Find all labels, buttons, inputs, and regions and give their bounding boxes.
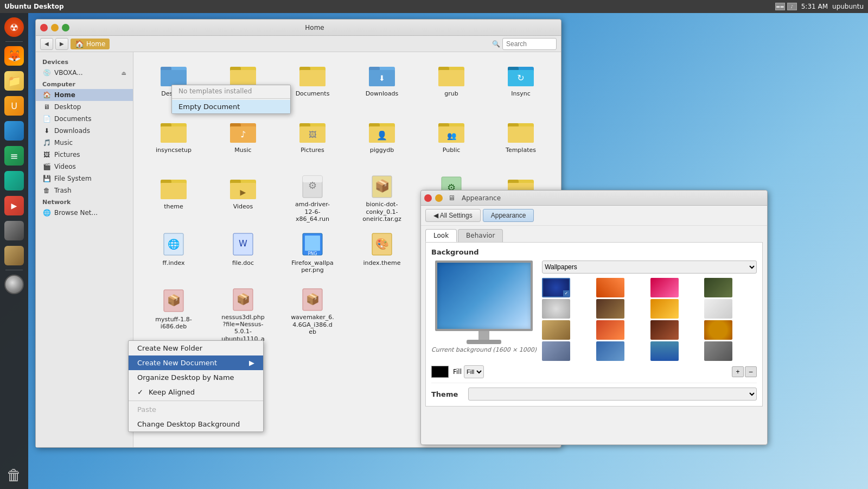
wallpaper-thumb-12[interactable] — [704, 320, 732, 340]
theme-dropdown[interactable] — [468, 388, 757, 401]
sidebar-vbox[interactable]: 💿 VBOXA... ⏏ — [36, 67, 133, 79]
launcher-cdrom[interactable] — [2, 272, 26, 296]
file-firefoxwp-icon: PNG — [299, 231, 326, 257]
minimize-button[interactable] — [51, 24, 59, 31]
wallpaper-thumb-9[interactable] — [542, 320, 570, 340]
wallpaper-thumb-10[interactable] — [596, 320, 624, 340]
sidebar-music[interactable]: 🎵 Music — [36, 137, 133, 149]
back-button[interactable]: ◀ — [40, 38, 53, 50]
file-item-amd[interactable]: ⚙ amd-driver-12-6-x86_64.run — [279, 172, 346, 226]
ubuntu-launcher-btn[interactable]: ☢ — [2, 15, 26, 39]
file-item-mystuff[interactable]: 📦 mystuff-1.8-i686.deb — [140, 284, 207, 339]
wallpaper-thumb-5[interactable] — [542, 299, 570, 319]
maximize-button[interactable] — [62, 24, 69, 31]
filesystem-sidebar-icon: 💾 — [42, 174, 51, 183]
file-item-pictures[interactable]: 🖼 Pictures — [279, 115, 346, 169]
file-item-templates[interactable]: Templates — [487, 115, 554, 169]
appearance-title: Appearance — [462, 194, 501, 202]
tab-behavior[interactable]: Behavior — [458, 229, 503, 242]
file-doc-icon: W — [230, 231, 256, 257]
sidebar-browsenet[interactable]: 🌐 Browse Net... — [36, 207, 133, 219]
wallpaper-thumb-11[interactable] — [650, 320, 679, 340]
ctx-create-folder[interactable]: Create New Folder — [129, 341, 263, 355]
sidebar-videos[interactable]: 🎬 Videos — [36, 161, 133, 173]
file-item-public[interactable]: 👥 Public — [418, 115, 485, 169]
sidebar-home[interactable]: 🏠 Home — [36, 89, 133, 101]
sidebar-pictures[interactable]: 🖼 Pictures — [36, 149, 133, 161]
launcher-item-8[interactable] — [2, 219, 26, 243]
file-manager-titlebar: Home — [36, 20, 561, 36]
file-item-firefox-wallpaper[interactable]: PNG Firefox_wallpaper.png — [279, 228, 346, 282]
file-item-indextheme[interactable]: 🎨 index.theme — [348, 228, 416, 282]
file-item-filedoc[interactable]: W file.doc — [209, 228, 277, 282]
wallpaper-thumb-13[interactable] — [542, 341, 570, 361]
firefox-launcher-btn[interactable]: 🦊 — [2, 44, 26, 68]
sidebar-filesystem[interactable]: 💾 File System — [36, 173, 133, 185]
all-settings-button[interactable]: ◀ All Settings — [425, 209, 481, 222]
taskbar-right: ▬▬ ♪ 5:31 AM upubuntu — [775, 3, 864, 10]
network-status-icon[interactable]: ▬▬ — [775, 3, 785, 10]
launcher-item-5[interactable]: ≡ — [2, 144, 26, 168]
file-item-music[interactable]: ♪ Music — [209, 115, 277, 169]
search-input[interactable] — [502, 38, 557, 50]
theme-row: Theme — [431, 383, 757, 401]
launcher-item-7[interactable]: ▶ — [2, 194, 26, 218]
launcher-item-4[interactable] — [2, 119, 26, 143]
file-item-theme[interactable]: theme — [140, 172, 207, 226]
remove-wallpaper-button[interactable]: – — [745, 366, 757, 377]
add-remove-buttons: + – — [732, 366, 757, 377]
ctx-organize[interactable]: Organize Desktop by Name — [129, 370, 263, 385]
file-item-nessus[interactable]: 📦 nessus3dl.php?file=Nessus-5.0.1-ubuntu… — [209, 284, 277, 339]
file-item-bionic[interactable]: 📦 bionic-dot-conky_0.1-oneiric.tar.gz — [348, 172, 416, 226]
launcher-item-6[interactable] — [2, 169, 26, 193]
close-button[interactable] — [40, 24, 48, 31]
wallpaper-thumb-15[interactable] — [650, 341, 679, 361]
ctx-create-document[interactable]: Create New Document ▶ — [129, 355, 263, 370]
files-launcher-btn[interactable]: 📁 — [2, 69, 26, 93]
wallpaper-thumb-6[interactable] — [596, 299, 624, 319]
wallpaper-thumb-7[interactable] — [650, 299, 679, 319]
ctx-empty-document[interactable]: Empty Document — [172, 100, 290, 113]
wallpaper-thumb-1[interactable]: ✓ — [542, 278, 570, 297]
ctx-keep-aligned[interactable]: Keep Aligned — [129, 385, 263, 399]
add-wallpaper-button[interactable]: + — [732, 366, 744, 377]
folder-downloads-icon: ⬇ — [369, 62, 395, 88]
file-item-wavemaker[interactable]: 📦 wavemaker_6.4.6GA_i386.deb — [279, 284, 346, 339]
file-item-grub[interactable]: grub — [418, 59, 485, 113]
sidebar-downloads[interactable]: ⬇ Downloads — [36, 125, 133, 137]
wallpaper-thumb-4[interactable] — [704, 278, 732, 297]
sidebar-desktop[interactable]: 🖥 Desktop — [36, 101, 133, 113]
fill-dropdown[interactable]: Fill — [464, 365, 484, 378]
sound-icon[interactable]: ♪ — [787, 3, 797, 10]
file-item-videos[interactable]: ▶ Videos — [209, 172, 277, 226]
wallpapers-dropdown[interactable]: Wallpapers — [542, 261, 757, 274]
wallpaper-thumb-2[interactable] — [596, 278, 624, 297]
launcher-item-3[interactable]: U — [2, 94, 26, 118]
forward-button[interactable]: ▶ — [55, 38, 68, 50]
wallpaper-thumb-14[interactable] — [596, 341, 624, 361]
file-item-insync[interactable]: ↻ Insync — [487, 59, 554, 113]
sidebar-trash[interactable]: 🗑 Trash — [36, 185, 133, 196]
launcher-item-9[interactable] — [2, 244, 26, 268]
launcher-icon-9 — [4, 246, 24, 265]
svg-rect-2 — [161, 70, 187, 86]
tab-look[interactable]: Look — [425, 229, 457, 242]
wallpaper-thumb-16[interactable] — [704, 341, 732, 361]
file-item-insyncsetup[interactable]: insyncsetup — [140, 115, 207, 169]
file-item-ffindex[interactable]: 🌐 ff.index — [140, 228, 207, 282]
appearance-button[interactable]: Appearance — [483, 209, 534, 222]
file-item-piggydb[interactable]: 👤 piggydb — [348, 115, 416, 169]
ctx-change-bg[interactable]: Change Desktop Background — [129, 417, 263, 431]
appearance-close-button[interactable] — [424, 194, 432, 202]
folder-theme-icon — [161, 175, 187, 201]
color-picker-box[interactable] — [431, 366, 449, 378]
wallpaper-thumb-8[interactable] — [704, 299, 732, 319]
sidebar: Devices 💿 VBOXA... ⏏ Computer 🏠 Home 🖥 D… — [36, 52, 133, 447]
file-item-downloads[interactable]: ⬇ Downloads — [348, 59, 416, 113]
folder-insyncsetup-icon — [161, 118, 187, 144]
sidebar-documents[interactable]: 📄 Documents — [36, 113, 133, 125]
desktop-trash-launcher[interactable]: 🗑 — [2, 463, 26, 487]
appearance-minimize-button[interactable] — [435, 194, 443, 202]
wallpaper-thumb-3[interactable] — [650, 278, 679, 297]
computer-header: Computer — [36, 79, 133, 89]
